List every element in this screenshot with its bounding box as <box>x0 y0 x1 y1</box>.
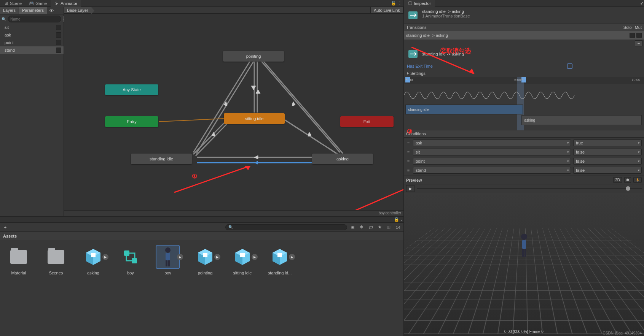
menu-icon[interactable]: ⋮ <box>399 217 403 222</box>
svg-line-4 <box>258 57 340 152</box>
has-exit-time-label: Has Exit Time <box>407 64 433 68</box>
param-item[interactable]: point <box>0 39 64 46</box>
state-node-entry[interactable]: Entry <box>105 116 158 127</box>
condition-param-dropdown[interactable]: sit <box>413 149 571 155</box>
avatar-icon: ▶ <box>156 246 179 268</box>
lock-icon[interactable]: 🔓 <box>391 1 396 6</box>
mute-checkbox[interactable] <box>636 33 642 38</box>
tab-inspector[interactable]: ⓘInspector <box>404 0 435 7</box>
animator-icon: ⊱ <box>54 1 59 6</box>
add-button[interactable]: + <box>2 224 9 231</box>
state-node-any[interactable]: Any State <box>105 84 158 95</box>
transition-timeline[interactable]: 0:00 5:00 10:00 ◂ ▸ standing idle asking <box>404 77 644 130</box>
preview-play-button[interactable]: ▶ <box>406 185 414 192</box>
preview-avatar-icon[interactable]: 🧍 <box>633 177 642 183</box>
controller-icon <box>119 246 142 268</box>
param-item[interactable]: ask <box>0 31 64 39</box>
svg-rect-19 <box>166 260 167 266</box>
eye-icon[interactable]: 👁 <box>49 8 54 13</box>
asset-item[interactable]: ▶boy <box>154 246 182 331</box>
asset-label: boy <box>164 271 171 275</box>
state-node-sitting-idle[interactable]: sitting idle <box>224 113 285 124</box>
condition-param-dropdown[interactable]: stand <box>413 167 571 174</box>
condition-value-dropdown[interactable]: false <box>573 149 642 155</box>
auto-live-link-button[interactable]: Auto Live Link <box>370 7 403 14</box>
param-checkbox[interactable] <box>56 40 61 45</box>
param-checkbox[interactable] <box>56 25 61 30</box>
timeline-start-handle[interactable]: ◂ <box>405 77 410 82</box>
svg-line-1 <box>196 59 255 154</box>
state-node-asking[interactable]: asking <box>312 154 373 164</box>
breadcrumb[interactable]: Base Layer <box>64 7 91 13</box>
animclip-icon: ▶ <box>231 246 254 268</box>
solo-label: Solo <box>623 25 632 30</box>
expand-icon[interactable]: ⤢ <box>639 1 644 6</box>
preview-2d-button[interactable]: 2D <box>613 177 622 183</box>
tab-game[interactable]: 🎮Game <box>26 0 51 7</box>
preview-speed-slider[interactable] <box>417 188 642 189</box>
layers-button[interactable]: Layers <box>0 7 19 14</box>
tab-label: Game <box>35 1 47 6</box>
svg-line-9 <box>286 121 340 156</box>
param-search-input[interactable] <box>8 16 61 22</box>
condition-value-dropdown[interactable]: false <box>573 167 642 174</box>
settings-foldout[interactable]: Settings <box>404 70 644 77</box>
gamepad-icon: 🎮 <box>29 1 34 6</box>
folder-icon <box>45 246 67 268</box>
chevron-right-icon <box>407 72 409 75</box>
drag-handle-icon[interactable]: ≡ <box>406 150 411 154</box>
condition-value-dropdown[interactable]: false <box>573 158 642 165</box>
parameters-button[interactable]: Parameters <box>19 7 47 14</box>
assets-header[interactable]: Assets <box>0 232 403 240</box>
hierarchy-icon[interactable]: ❃ <box>358 224 365 231</box>
timeline-clip-from[interactable]: standing idle <box>405 105 523 114</box>
project-panel: 🔓 ⋮ + 🔍 ▣ ❃ 🏷 ★ 👁⃠ 14 Assets MaterialSce… <box>0 216 403 336</box>
remove-transition-button[interactable]: − <box>635 40 642 46</box>
svg-rect-18 <box>166 253 170 260</box>
asset-item[interactable]: Scenes <box>42 246 70 331</box>
timeline-clip-to[interactable]: asking <box>521 115 642 125</box>
condition-value-dropdown[interactable]: true <box>573 139 642 146</box>
param-item[interactable]: stand <box>0 46 64 54</box>
asset-label: standing id... <box>268 271 292 275</box>
folder-icon <box>7 246 30 268</box>
tab-label: Scene <box>10 1 22 6</box>
drag-handle-icon[interactable]: ≡ <box>406 141 411 145</box>
has-exit-time-checkbox[interactable] <box>567 63 572 69</box>
condition-param-dropdown[interactable]: point <box>413 158 571 165</box>
drag-handle-icon[interactable]: ≡ <box>406 168 411 173</box>
transition-list-item[interactable]: standing idle -> asking <box>404 31 644 40</box>
svg-line-11 <box>159 119 224 122</box>
asset-item[interactable]: ▶pointing <box>191 246 219 331</box>
menu-icon[interactable]: ⋮ <box>397 1 402 6</box>
label-icon[interactable]: 🏷 <box>367 224 375 231</box>
asset-label: asking <box>87 271 99 275</box>
param-checkbox[interactable] <box>56 48 61 53</box>
state-node-standing-idle[interactable]: standing idle <box>131 154 192 164</box>
state-node-exit[interactable]: Exit <box>340 116 394 127</box>
condition-param-dropdown[interactable]: ask <box>413 139 571 146</box>
asset-item[interactable]: ▶asking <box>79 246 107 331</box>
transition-subtitle: 1 AnimatorTransitionBase <box>422 14 470 18</box>
preview-viewport[interactable]: 0:00 (000.0%) Frame 0 CSDN @qq_49149394 <box>404 193 644 336</box>
solo-checkbox[interactable] <box>630 33 635 38</box>
asset-item[interactable]: Material <box>5 246 33 331</box>
animator-graph[interactable]: pointing sitting idle standing idle aski… <box>64 14 403 210</box>
param-checkbox[interactable] <box>56 32 61 38</box>
asset-item[interactable]: boy <box>116 246 145 331</box>
lock-icon[interactable]: 🔓 <box>394 217 399 222</box>
project-search-input[interactable] <box>225 224 347 230</box>
asset-item[interactable]: ▶standing id... <box>266 246 294 331</box>
param-item[interactable]: sit <box>0 24 64 31</box>
drag-handle-icon[interactable]: ≡ <box>406 159 411 163</box>
preview-light-icon[interactable]: ✱ <box>624 177 631 183</box>
hidden-icon[interactable]: 👁⃠ <box>385 224 393 231</box>
filter-icon[interactable]: ▣ <box>349 224 356 231</box>
condition-row: ≡asktrue <box>404 138 644 147</box>
tab-animator[interactable]: ⊱Animator <box>51 0 81 7</box>
svg-rect-20 <box>168 260 170 266</box>
tab-scene[interactable]: ⊞Scene <box>0 0 26 7</box>
star-icon[interactable]: ★ <box>376 224 384 231</box>
asset-item[interactable]: ▶sitting idle <box>228 246 257 331</box>
state-node-pointing[interactable]: pointing <box>223 51 284 62</box>
